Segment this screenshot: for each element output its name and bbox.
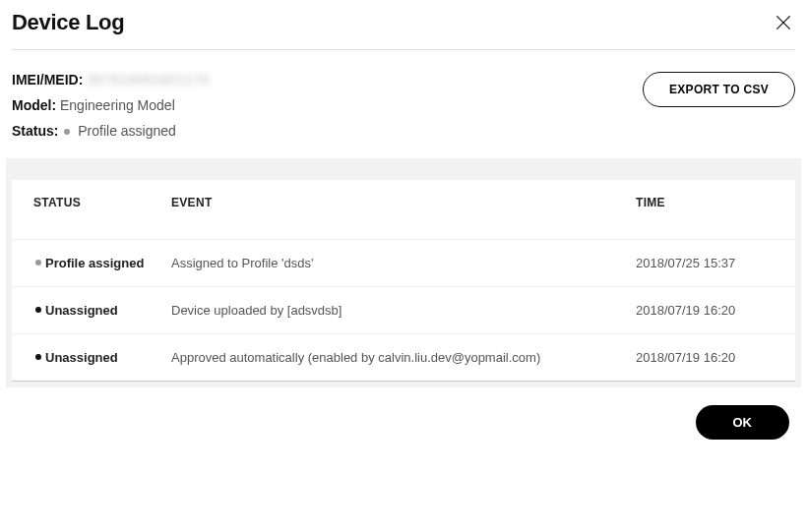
model-row: Model: Engineering Model [12,97,210,113]
model-label: Model: [12,97,56,113]
header-time: TIME [636,196,774,209]
device-meta-left: IMEI/MEID: 357919091601170 Model: Engine… [12,72,210,139]
status-dot-icon [64,129,70,135]
export-csv-button[interactable]: EXPORT TO CSV [643,72,795,107]
modal-footer: OK [12,387,795,449]
table-header: STATUS EVENT TIME [12,180,795,225]
table-row: Profile assigned Assigned to Profile 'ds… [12,239,795,287]
table-row: Unassigned Approved automatically (enabl… [12,334,795,382]
row-status-text: Profile assigned [45,256,144,270]
modal-title: Device Log [12,10,124,35]
imei-value: 357919091601170 [87,72,209,88]
device-meta: IMEI/MEID: 357919091601170 Model: Engine… [12,50,795,158]
model-value: Engineering Model [60,97,175,113]
close-button[interactable] [772,11,795,34]
log-area: STATUS EVENT TIME Profile assigned Assig… [6,158,801,387]
imei-row: IMEI/MEID: 357919091601170 [12,72,210,88]
row-status: Profile assigned [33,256,171,270]
row-time: 2018/07/25 15:37 [636,256,774,270]
status-value: Profile assigned [78,123,176,139]
row-event: Device uploaded by [adsvdsb] [171,303,636,318]
table-body: Profile assigned Assigned to Profile 'ds… [12,239,795,382]
ok-button[interactable]: OK [696,405,790,440]
row-time: 2018/07/19 16:20 [636,350,774,365]
status-dot-icon [35,307,41,313]
modal-header: Device Log [12,10,795,50]
row-status-text: Unassigned [45,303,118,318]
status-label: Status: [12,123,58,139]
close-icon [774,13,793,32]
header-status: STATUS [33,196,171,209]
row-event: Approved automatically (enabled by calvi… [171,350,636,365]
table-row: Unassigned Device uploaded by [adsvdsb] … [12,287,795,334]
status-row: Status: Profile assigned [12,123,210,139]
status-dot-icon [35,260,41,266]
device-log-modal: Device Log IMEI/MEID: 357919091601170 Mo… [0,0,807,449]
imei-label: IMEI/MEID: [12,72,83,88]
row-time: 2018/07/19 16:20 [636,303,774,318]
row-status: Unassigned [33,350,171,365]
row-event: Assigned to Profile 'dsds' [171,256,636,270]
row-status-text: Unassigned [45,350,118,365]
header-event: EVENT [171,196,636,209]
log-table: STATUS EVENT TIME Profile assigned Assig… [12,180,795,382]
row-status: Unassigned [33,303,171,318]
status-dot-icon [35,354,41,360]
